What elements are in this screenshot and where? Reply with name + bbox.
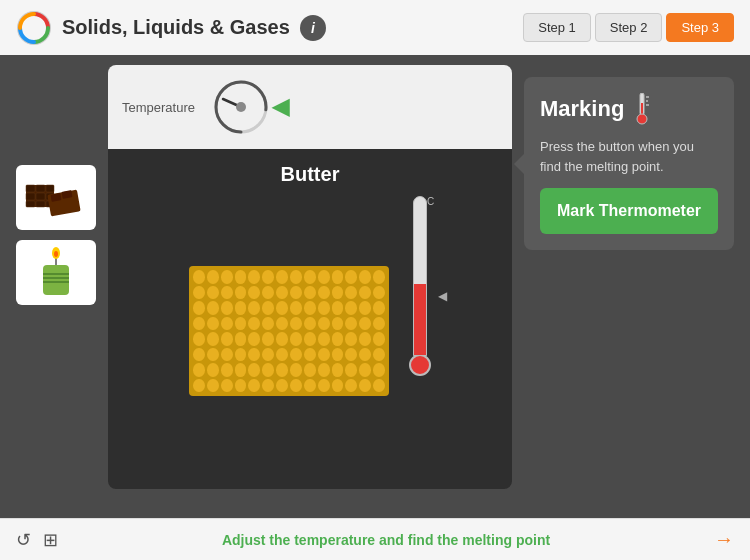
butter-dot [262,348,274,362]
svg-rect-8 [26,201,35,207]
dial-container[interactable]: ◀ [211,77,271,137]
butter-dot [359,270,371,284]
step-1-button[interactable]: Step 1 [523,13,591,42]
butter-dot [290,270,302,284]
butter-dot [345,379,357,393]
butter-dot [332,317,344,331]
butter-dot [359,286,371,300]
experiment-container: Temperature ◀ Butter [108,65,512,489]
step-3-button[interactable]: Step 3 [666,13,734,42]
butter-dot [248,348,260,362]
steps-nav: Step 1 Step 2 Step 3 [523,13,734,42]
experiment-area: Butter C ◀ [108,149,512,489]
butter-dot [248,270,260,284]
temperature-card: Temperature ◀ [108,65,512,149]
butter-dot [248,332,260,346]
butter-grid [189,266,389,396]
chocolate-image [21,170,91,225]
logo-icon [16,10,52,46]
butter-dot [262,379,274,393]
dial-svg[interactable] [211,77,271,137]
marking-panel: Marking Press the button when you find t… [524,77,734,250]
butter-dot [290,332,302,346]
butter-dot [276,363,288,377]
butter-dot [332,332,344,346]
svg-rect-2 [26,185,35,192]
butter-dot [235,286,247,300]
candle-image [21,245,91,300]
svg-point-20 [54,251,58,257]
svg-rect-17 [43,281,69,283]
butter-dot [290,286,302,300]
butter-dot [276,301,288,315]
panel-header: Marking [540,93,718,125]
butter-dot [221,379,233,393]
butter-dot [193,270,205,284]
mark-thermometer-button[interactable]: Mark Thermometer [540,188,718,234]
butter-dot [207,363,219,377]
butter-dot [207,317,219,331]
butter-dot [262,332,274,346]
butter-dot [207,286,219,300]
butter-dot [332,379,344,393]
butter-dot [276,317,288,331]
butter-dot [221,363,233,377]
butter-dot [262,317,274,331]
butter-dot [276,270,288,284]
butter-dot [345,286,357,300]
butter-dot [345,317,357,331]
svg-rect-3 [36,185,45,192]
thumbnail-candle[interactable] [16,240,96,305]
butter-dot [304,363,316,377]
butter-dot [318,379,330,393]
celsius-label: C [427,196,434,207]
svg-point-24 [236,102,246,112]
screen-icon[interactable]: ⊞ [43,529,58,551]
butter-dot [193,332,205,346]
butter-dot [359,363,371,377]
butter-dot [318,348,330,362]
butter-dot [304,301,316,315]
butter-dot [276,332,288,346]
info-icon[interactable]: i [300,15,326,41]
butter-dot [221,301,233,315]
footer-instruction: Adjust the temperature and find the melt… [70,532,702,548]
butter-dot [207,270,219,284]
butter-dot [262,270,274,284]
app-title: Solids, Liquids & Gases [62,16,290,39]
next-arrow-icon[interactable]: → [714,528,734,551]
thermometer[interactable]: C ◀ [409,196,431,396]
butter-dot [318,301,330,315]
butter-dot [221,286,233,300]
butter-dot [290,317,302,331]
butter-dot [373,270,385,284]
butter-dot [318,286,330,300]
butter-dot [193,379,205,393]
header-left: Solids, Liquids & Gases i [16,10,326,46]
butter-dot [193,301,205,315]
butter-dot [359,348,371,362]
butter-dot [304,379,316,393]
butter-dot [345,348,357,362]
butter-dot [207,379,219,393]
butter-dot [332,286,344,300]
svg-rect-15 [43,273,69,275]
butter-dot [207,348,219,362]
butter-dot [235,301,247,315]
butter-dot [373,363,385,377]
therm-fill [414,284,426,355]
butter-dot [193,363,205,377]
butter-dot [235,348,247,362]
butter-dot [373,286,385,300]
thumbnail-chocolate[interactable] [16,165,96,230]
butter-area: C ◀ [122,196,498,396]
butter-dot [318,270,330,284]
footer: ↺ ⊞ Adjust the temperature and find the … [0,518,750,560]
step-2-button[interactable]: Step 2 [595,13,663,42]
butter-dot [345,270,357,284]
header: Solids, Liquids & Gases i Step 1 Step 2 … [0,0,750,55]
butter-dot [221,317,233,331]
svg-rect-4 [46,185,54,192]
reset-icon[interactable]: ↺ [16,529,31,551]
butter-dot [332,348,344,362]
